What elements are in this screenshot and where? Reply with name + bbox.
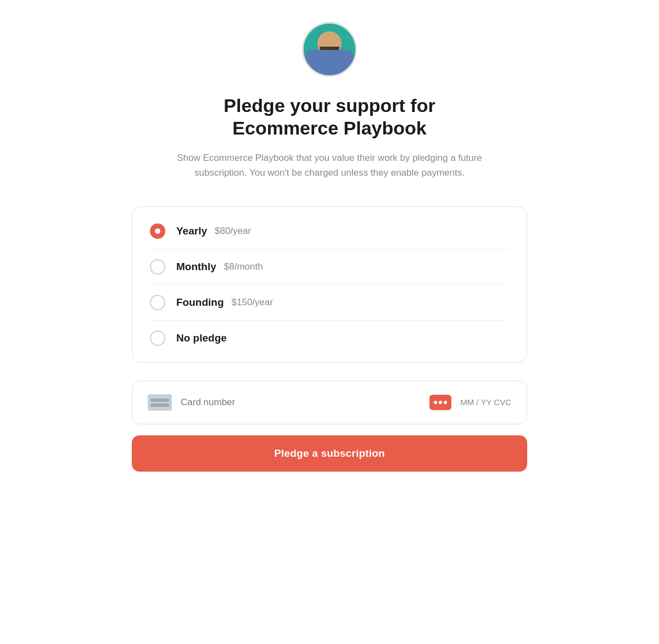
card-brand-icon (429, 395, 451, 410)
dot-3 (444, 401, 447, 404)
option-yearly[interactable]: Yearly $80/year (150, 214, 509, 249)
card-expiry-cvc: MM / YY CVC (460, 397, 511, 407)
radio-founding[interactable] (150, 295, 165, 310)
payment-card: MM / YY CVC (132, 380, 527, 424)
avatar (302, 22, 357, 77)
radio-yearly[interactable] (150, 223, 165, 239)
radio-monthly[interactable] (150, 259, 165, 275)
option-founding[interactable]: Founding $150/year (150, 285, 509, 321)
radio-no-pledge[interactable] (150, 331, 165, 346)
option-yearly-label: Yearly (176, 225, 207, 237)
page-container: Pledge your support for Ecommerce Playbo… (132, 22, 527, 472)
card-icon (148, 394, 172, 411)
option-monthly-price: $8/month (224, 261, 263, 272)
option-monthly[interactable]: Monthly $8/month (150, 249, 509, 285)
option-founding-label: Founding (176, 296, 224, 309)
option-yearly-price: $80/year (215, 226, 251, 237)
page-title: Pledge your support for Ecommerce Playbo… (176, 94, 483, 139)
option-no-pledge[interactable]: No pledge (150, 321, 509, 356)
option-monthly-label: Monthly (176, 261, 216, 273)
options-card: Yearly $80/year Monthly $8/month Foundin… (132, 206, 527, 363)
page-subtitle: Show Ecommerce Playbook that you value t… (170, 150, 489, 180)
option-no-pledge-label: No pledge (176, 332, 227, 344)
card-brand-dots (434, 401, 447, 404)
card-number-input[interactable] (181, 397, 421, 408)
dot-2 (439, 401, 442, 404)
dot-1 (434, 401, 437, 404)
option-founding-price: $150/year (232, 297, 273, 308)
avatar-body (310, 51, 349, 75)
pledge-button[interactable]: Pledge a subscription (132, 435, 527, 472)
